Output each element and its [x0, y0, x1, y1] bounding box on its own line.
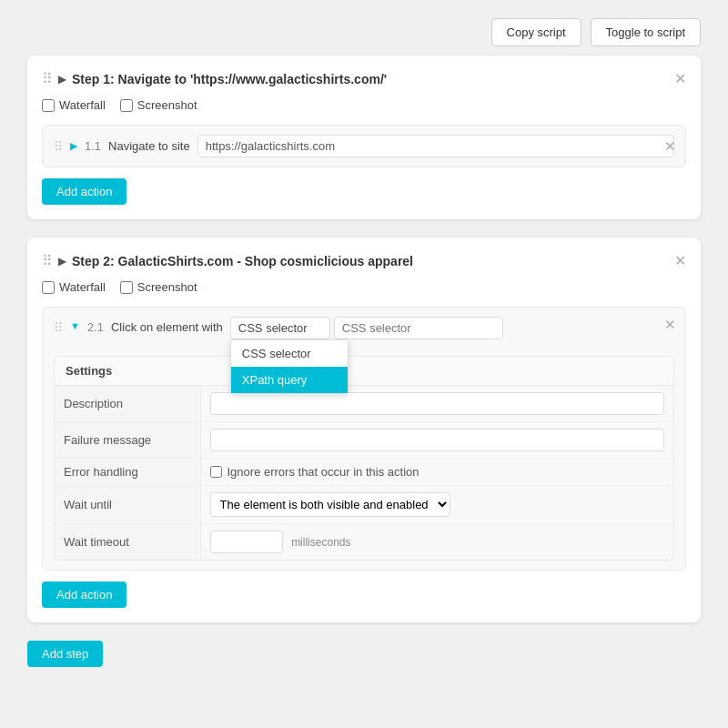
step1-drag-handle[interactable]: ⠿: [42, 70, 53, 87]
settings-panel: Settings Description Failure message: [54, 356, 674, 561]
step2-waterfall-checkbox[interactable]: [42, 281, 55, 294]
step1-header: ⠿ ▶ Step 1: Navigate to 'https://www.gal…: [42, 70, 686, 87]
error-handling-row: Error handling Ignore errors that occur …: [55, 459, 673, 486]
error-handling-checkbox[interactable]: [210, 466, 222, 478]
step1-waterfall-checkbox[interactable]: [42, 99, 55, 112]
wait-timeout-input[interactable]: [210, 531, 283, 553]
step1-add-action-area: Add action: [42, 178, 686, 205]
step1-options: Waterfall Screenshot: [42, 98, 686, 112]
step2-chevron[interactable]: ▶: [58, 255, 66, 268]
toggle-script-button[interactable]: Toggle to script: [591, 18, 701, 46]
error-handling-label: Error handling: [55, 459, 200, 486]
step1-url-input[interactable]: [197, 135, 674, 157]
step1-chevron[interactable]: ▶: [58, 73, 66, 86]
step1-action-row: ⠿ ▶ 1.1 Navigate to site ✕: [42, 125, 686, 167]
step2-add-action-button[interactable]: Add action: [42, 581, 126, 608]
wait-timeout-label: Wait timeout: [55, 524, 200, 561]
step1-action-drag[interactable]: ⠿: [54, 139, 63, 154]
step1-card: ⠿ ▶ Step 1: Navigate to 'https://www.gal…: [27, 56, 701, 219]
selector-dropdown-menu: CSS selector XPath query: [230, 339, 349, 394]
step2-drag-handle[interactable]: ⠿: [42, 252, 53, 269]
step1-close-button[interactable]: ✕: [674, 70, 686, 87]
toolbar: Copy script Toggle to script: [0, 0, 728, 56]
wait-until-cell: The element is both visible and enabled …: [200, 486, 673, 524]
failure-message-label: Failure message: [55, 422, 200, 459]
step2-card: ⠿ ▶ Step 2: GalacticShirts.com - Shop co…: [27, 238, 701, 622]
wait-until-label: Wait until: [55, 486, 200, 524]
error-handling-content: Ignore errors that occur in this action: [210, 465, 665, 479]
settings-table: Description Failure message Error handli…: [55, 386, 673, 560]
step2-screenshot-text: Screenshot: [137, 280, 197, 294]
description-input[interactable]: [210, 392, 665, 415]
step2-waterfall-text: Waterfall: [59, 280, 106, 294]
step2-action-chevron[interactable]: ▼: [70, 317, 80, 331]
step1-add-action-button[interactable]: Add action: [42, 178, 126, 205]
step2-close-button[interactable]: ✕: [674, 252, 686, 269]
css-selector-option[interactable]: CSS selector: [231, 340, 348, 367]
step2-waterfall-label[interactable]: Waterfall: [42, 280, 106, 294]
step1-action-number: 1.1: [85, 139, 101, 153]
failure-message-input[interactable]: [210, 429, 665, 451]
wait-until-row: Wait until The element is both visible a…: [55, 486, 673, 524]
description-label: Description: [55, 386, 200, 422]
step1-action-label: Navigate to site: [108, 139, 190, 153]
step1-action-chevron[interactable]: ▶: [70, 140, 77, 152]
css-selector-dropdown-wrapper: CSS selector XPath query: [230, 317, 330, 339]
step1-waterfall-label[interactable]: Waterfall: [42, 98, 106, 112]
error-handling-cell: Ignore errors that occur in this action: [200, 459, 673, 486]
step2-options: Waterfall Screenshot: [42, 280, 686, 294]
add-step-area: Add step: [27, 641, 701, 667]
step2-action-close[interactable]: ✕: [664, 317, 676, 333]
xpath-query-option[interactable]: XPath query: [231, 367, 348, 393]
step2-action-drag[interactable]: ⠿: [54, 317, 63, 335]
wait-timeout-row: Wait timeout milliseconds: [55, 524, 673, 561]
step1-waterfall-text: Waterfall: [59, 98, 106, 112]
step1-screenshot-text: Screenshot: [137, 98, 197, 112]
milliseconds-label: milliseconds: [291, 536, 350, 549]
step2-screenshot-checkbox[interactable]: [120, 281, 133, 294]
step1-action-close[interactable]: ✕: [664, 138, 676, 155]
failure-message-cell: [200, 422, 673, 459]
step2-selector-wrapper: CSS selector XPath query CSS selector XP…: [230, 317, 503, 339]
add-step-button[interactable]: Add step: [27, 641, 103, 667]
step2-action-row: ⠿ ▼ 2.1 Click on element with CSS select…: [42, 307, 686, 571]
copy-script-button[interactable]: Copy script: [491, 18, 581, 46]
step2-title: Step 2: GalacticShirts.com - Shop cosmic…: [72, 254, 686, 268]
step1-screenshot-label[interactable]: Screenshot: [120, 98, 197, 112]
wait-timeout-cell: milliseconds: [200, 524, 673, 561]
step2-action-number: 2.1: [87, 317, 104, 334]
step2-screenshot-label[interactable]: Screenshot: [120, 280, 197, 294]
description-row: Description: [55, 386, 673, 422]
step2-header: ⠿ ▶ Step 2: GalacticShirts.com - Shop co…: [42, 252, 686, 269]
failure-message-row: Failure message: [55, 422, 673, 459]
error-handling-text: Ignore errors that occur in this action: [228, 465, 420, 479]
settings-title: Settings: [55, 357, 673, 386]
step1-screenshot-checkbox[interactable]: [120, 99, 133, 112]
css-selector-input[interactable]: [334, 317, 503, 339]
wait-until-select[interactable]: The element is both visible and enabled …: [210, 492, 450, 517]
step1-title: Step 1: Navigate to 'https://www.galacti…: [72, 72, 686, 86]
step2-add-action-area: Add action: [42, 581, 686, 608]
css-selector-select[interactable]: CSS selector XPath query: [230, 317, 330, 339]
step2-action-label: Click on element with: [111, 317, 223, 334]
